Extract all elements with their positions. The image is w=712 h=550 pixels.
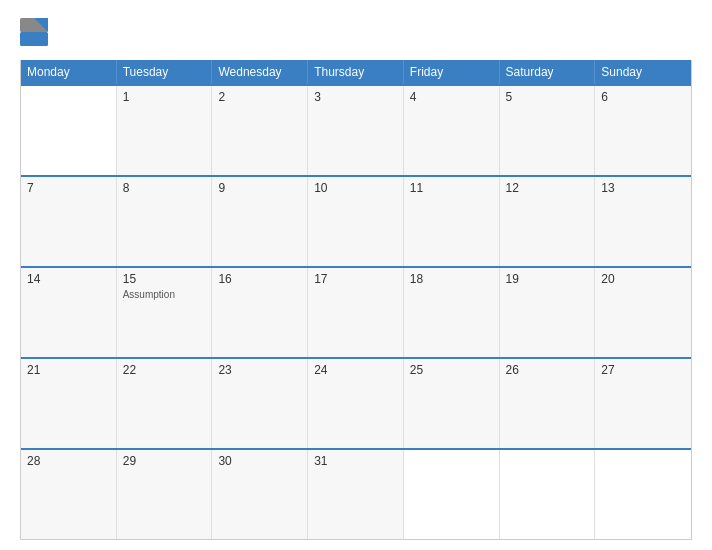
calendar-cell: 2 — [212, 86, 308, 175]
header-day-monday: Monday — [21, 60, 117, 84]
calendar-cell: 22 — [117, 359, 213, 448]
calendar-week-3: 1415Assumption1617181920 — [21, 266, 691, 357]
calendar-cell — [500, 450, 596, 539]
calendar-cell: 6 — [595, 86, 691, 175]
calendar-cell: 10 — [308, 177, 404, 266]
day-number: 14 — [27, 272, 110, 286]
calendar-cell: 16 — [212, 268, 308, 357]
logo — [20, 18, 52, 46]
calendar-cell: 3 — [308, 86, 404, 175]
day-number: 18 — [410, 272, 493, 286]
svg-rect-2 — [20, 32, 48, 46]
calendar-cell: 15Assumption — [117, 268, 213, 357]
calendar-cell — [404, 450, 500, 539]
calendar-cell: 20 — [595, 268, 691, 357]
calendar-header: MondayTuesdayWednesdayThursdayFridaySatu… — [21, 60, 691, 84]
calendar-cell: 25 — [404, 359, 500, 448]
day-number: 11 — [410, 181, 493, 195]
day-number: 27 — [601, 363, 685, 377]
day-number: 30 — [218, 454, 301, 468]
logo-icon — [20, 18, 48, 46]
calendar-cell — [595, 450, 691, 539]
day-number: 2 — [218, 90, 301, 104]
header-day-friday: Friday — [404, 60, 500, 84]
calendar-cell: 9 — [212, 177, 308, 266]
day-number: 17 — [314, 272, 397, 286]
calendar-cell: 5 — [500, 86, 596, 175]
day-number: 13 — [601, 181, 685, 195]
calendar-cell: 26 — [500, 359, 596, 448]
day-number: 15 — [123, 272, 206, 286]
calendar-cell: 30 — [212, 450, 308, 539]
calendar-cell: 4 — [404, 86, 500, 175]
day-number: 12 — [506, 181, 589, 195]
calendar-cell: 17 — [308, 268, 404, 357]
day-number: 25 — [410, 363, 493, 377]
calendar-body: 123456789101112131415Assumption161718192… — [21, 84, 691, 539]
calendar-page: MondayTuesdayWednesdayThursdayFridaySatu… — [0, 0, 712, 550]
header-day-wednesday: Wednesday — [212, 60, 308, 84]
calendar-cell: 24 — [308, 359, 404, 448]
day-number: 20 — [601, 272, 685, 286]
calendar-cell — [21, 86, 117, 175]
day-number: 31 — [314, 454, 397, 468]
calendar-week-1: 123456 — [21, 84, 691, 175]
day-number: 7 — [27, 181, 110, 195]
day-number: 23 — [218, 363, 301, 377]
calendar-cell: 13 — [595, 177, 691, 266]
header-day-thursday: Thursday — [308, 60, 404, 84]
day-number: 19 — [506, 272, 589, 286]
day-number: 6 — [601, 90, 685, 104]
calendar-cell: 1 — [117, 86, 213, 175]
calendar-cell: 12 — [500, 177, 596, 266]
day-number: 1 — [123, 90, 206, 104]
calendar-week-4: 21222324252627 — [21, 357, 691, 448]
day-number: 8 — [123, 181, 206, 195]
calendar-cell: 23 — [212, 359, 308, 448]
day-number: 24 — [314, 363, 397, 377]
calendar-cell: 8 — [117, 177, 213, 266]
calendar-cell: 19 — [500, 268, 596, 357]
calendar-week-2: 78910111213 — [21, 175, 691, 266]
calendar-cell: 28 — [21, 450, 117, 539]
header-day-tuesday: Tuesday — [117, 60, 213, 84]
day-number: 16 — [218, 272, 301, 286]
calendar-week-5: 28293031 — [21, 448, 691, 539]
day-number: 22 — [123, 363, 206, 377]
calendar-cell: 11 — [404, 177, 500, 266]
calendar-cell: 31 — [308, 450, 404, 539]
day-number: 29 — [123, 454, 206, 468]
calendar-cell: 29 — [117, 450, 213, 539]
day-event: Assumption — [123, 289, 206, 300]
day-number: 4 — [410, 90, 493, 104]
page-header — [20, 18, 692, 46]
day-number: 28 — [27, 454, 110, 468]
day-number: 10 — [314, 181, 397, 195]
calendar-cell: 14 — [21, 268, 117, 357]
day-number: 26 — [506, 363, 589, 377]
calendar-cell: 7 — [21, 177, 117, 266]
day-number: 21 — [27, 363, 110, 377]
calendar-cell: 27 — [595, 359, 691, 448]
day-number: 9 — [218, 181, 301, 195]
calendar: MondayTuesdayWednesdayThursdayFridaySatu… — [20, 60, 692, 540]
header-day-sunday: Sunday — [595, 60, 691, 84]
header-day-saturday: Saturday — [500, 60, 596, 84]
calendar-cell: 21 — [21, 359, 117, 448]
day-number: 3 — [314, 90, 397, 104]
day-number: 5 — [506, 90, 589, 104]
calendar-cell: 18 — [404, 268, 500, 357]
